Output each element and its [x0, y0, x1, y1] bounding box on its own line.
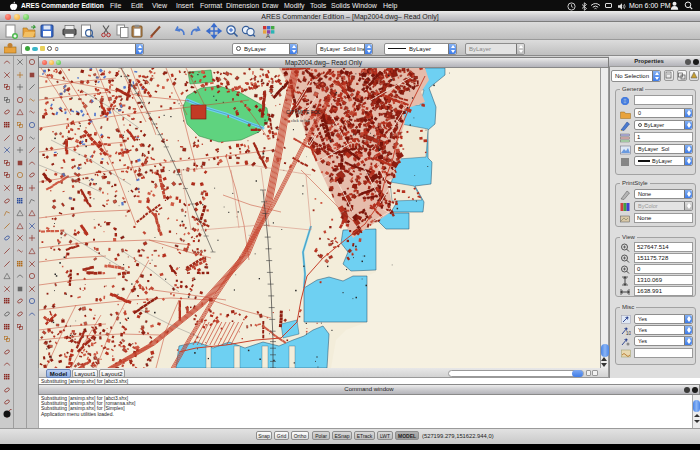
svg-text:CITYMITE FOL: CITYMITE FOL — [286, 109, 321, 115]
svg-text:10: 10 — [626, 331, 631, 336]
svg-text:click to foli: click to foli — [291, 118, 310, 123]
svg-text:A: A — [266, 33, 270, 39]
